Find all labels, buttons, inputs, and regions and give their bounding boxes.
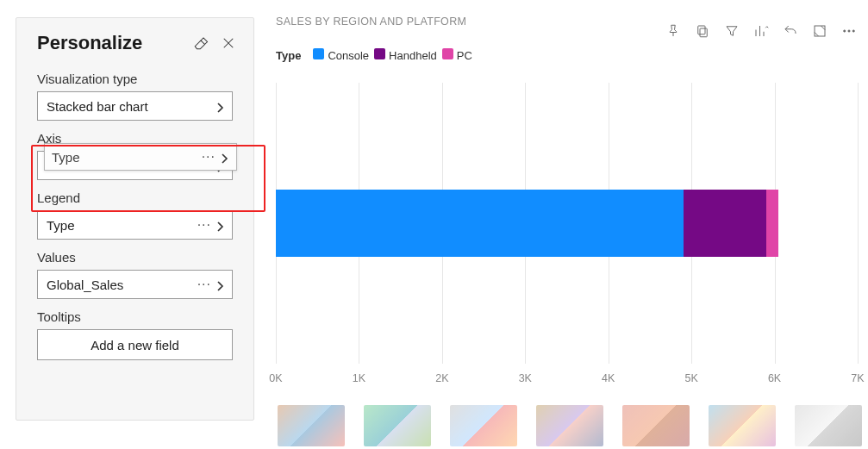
filter-icon[interactable]: [723, 22, 740, 40]
bar-row: [276, 190, 778, 257]
values-label: Values: [37, 250, 233, 265]
plot-area: 0K1K2K3K4K5K6K7K: [276, 83, 858, 388]
personalize-icon[interactable]: [752, 22, 770, 40]
x-tick-label: 0K: [269, 372, 282, 384]
thumbnail[interactable]: [709, 405, 776, 446]
thumbnail[interactable]: [364, 405, 431, 446]
focus-icon[interactable]: [811, 22, 828, 40]
ellipsis-icon[interactable]: ···: [202, 149, 215, 165]
legend-item-label: Console: [328, 49, 369, 62]
x-tick-label: 1K: [353, 372, 365, 384]
chart-area: SALES BY REGION AND PLATFORM Type Consol…: [276, 16, 858, 403]
panel-title: Personalize: [37, 32, 142, 54]
gridline: [858, 83, 859, 364]
svg-point-4: [848, 30, 850, 32]
legend-item-label: Handheld: [389, 49, 437, 62]
chevron-right-icon: [215, 101, 225, 111]
svg-rect-1: [698, 26, 705, 34]
more-icon[interactable]: [840, 22, 858, 40]
visualization-type-label: Visualization type: [37, 72, 233, 86]
tooltips-label: Tooltips: [37, 309, 233, 324]
personalize-panel: Personalize Visualization type Stacked b…: [16, 17, 254, 421]
close-icon[interactable]: [219, 34, 238, 53]
legend-title: Type: [276, 49, 301, 62]
x-tick-label: 3K: [519, 372, 532, 384]
axis-chip-label: Type: [52, 150, 80, 165]
ellipsis-icon[interactable]: ···: [197, 277, 211, 292]
copy-icon[interactable]: [694, 22, 711, 40]
chevron-right-icon: [219, 152, 229, 162]
values-field[interactable]: Global_Sales ···: [37, 270, 233, 299]
section-values: Values Global_Sales ···: [16, 240, 253, 299]
ellipsis-icon[interactable]: ···: [197, 217, 211, 233]
undo-icon[interactable]: [782, 22, 799, 40]
panel-header: Personalize: [16, 18, 253, 61]
erase-icon[interactable]: [191, 34, 210, 53]
legend-field[interactable]: Type ···: [37, 210, 233, 240]
svg-point-5: [852, 30, 854, 32]
chevron-right-icon: [215, 220, 225, 230]
pin-icon[interactable]: [665, 22, 682, 40]
chart-legend: Type ConsoleHandheldPC: [276, 48, 858, 62]
legend-swatch: [442, 48, 453, 59]
values-value: Global_Sales: [47, 278, 197, 292]
x-tick-label: 5K: [684, 372, 697, 384]
x-tick-label: 7K: [851, 372, 864, 384]
tooltips-add-button[interactable]: Add a new field: [37, 329, 233, 360]
axis-chip-type[interactable]: Type ···: [44, 143, 237, 171]
thumbnail[interactable]: [278, 405, 345, 446]
svg-rect-0: [700, 28, 707, 37]
chart-toolbar: [665, 22, 858, 40]
section-tooltips: Tooltips Add a new field: [16, 299, 253, 360]
thumbnail[interactable]: [536, 405, 603, 446]
x-tick-label: 2K: [435, 372, 448, 384]
legend-value: Type: [47, 218, 197, 233]
thumbnail-strip: [276, 405, 868, 449]
panel-header-icons: [191, 34, 238, 53]
thumbnail[interactable]: [450, 405, 517, 446]
svg-rect-2: [815, 26, 825, 36]
bar-segment-handheld[interactable]: [684, 190, 766, 257]
svg-point-3: [844, 30, 846, 32]
legend-label: Legend: [37, 190, 233, 205]
section-axis: Axis Add a new field Type ···: [16, 121, 253, 180]
bar-segment-console[interactable]: [276, 190, 684, 257]
section-visualization-type: Visualization type Stacked bar chart: [16, 61, 253, 121]
section-legend: Legend Type ···: [16, 180, 253, 240]
chevron-right-icon: [215, 279, 225, 290]
legend-swatch: [374, 48, 385, 59]
visualization-type-select[interactable]: Stacked bar chart: [37, 91, 233, 121]
thumbnail[interactable]: [622, 405, 690, 446]
legend-swatch: [313, 48, 324, 59]
x-tick-label: 4K: [602, 372, 615, 384]
visualization-type-value: Stacked bar chart: [47, 99, 215, 114]
thumbnail[interactable]: [795, 405, 862, 446]
legend-item-label: PC: [457, 49, 472, 62]
bar-segment-pc[interactable]: [766, 190, 778, 257]
x-tick-label: 6K: [768, 372, 781, 384]
